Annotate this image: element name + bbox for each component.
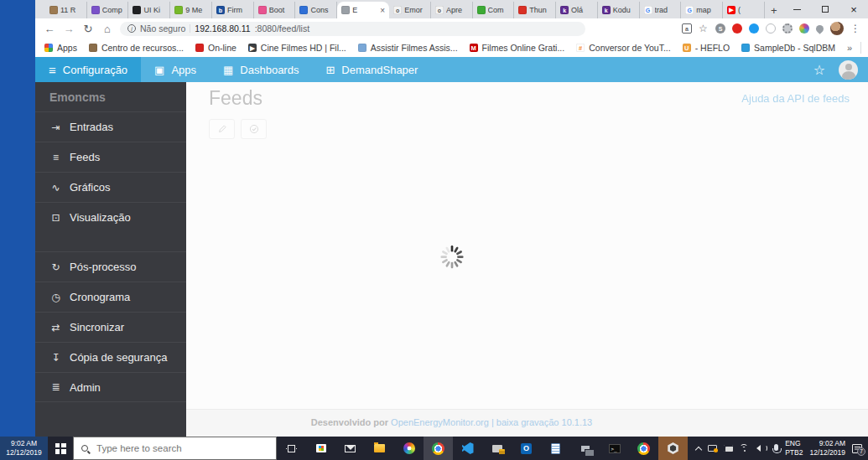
bookmark-item[interactable]: Centro de recursos... [89, 43, 184, 53]
bookmark-item[interactable]: Apps [44, 43, 77, 53]
browser-tab[interactable]: G trad × [640, 2, 682, 18]
skype-extension-icon[interactable]: S [715, 23, 725, 34]
navbar-item[interactable]: Apps [141, 57, 210, 82]
microphone-icon[interactable] [774, 444, 778, 451]
bookmark-item[interactable]: # Conversor de YouT... [576, 43, 670, 53]
tray-display-icon[interactable] [724, 445, 733, 452]
tray-chevron-up-icon[interactable] [695, 446, 702, 452]
browser-tab[interactable]: UI Ki × [128, 2, 170, 18]
browser-tab[interactable]: Cons × [295, 2, 337, 18]
select-feed-button[interactable] [241, 119, 267, 139]
browser-tab[interactable]: 9 Me × [170, 2, 212, 18]
taskbar-app-button[interactable] [629, 437, 658, 460]
action-center-icon[interactable]: 7 [852, 444, 862, 453]
secondary-taskbar-clock[interactable]: 9:02 AM 12/12/2019 [0, 437, 48, 460]
sidebar-item[interactable]: Sincronizar [35, 312, 186, 342]
chrome-menu-icon[interactable] [850, 23, 860, 34]
url-host: 192.168.80.11 [195, 23, 250, 34]
navbar-item-label: DemandShaper [341, 64, 418, 76]
taskbar-app-button[interactable] [424, 437, 453, 460]
window-restore-button[interactable] [811, 0, 839, 18]
browser-tab[interactable]: Comp × [87, 2, 129, 18]
back-button[interactable] [43, 23, 56, 35]
browser-tab[interactable]: 11 R × [45, 2, 87, 18]
taskbar-app-button[interactable] [600, 437, 629, 460]
taskbar-app-button[interactable] [365, 437, 394, 460]
profile-avatar[interactable] [830, 22, 844, 35]
white-extension-icon[interactable] [766, 23, 776, 34]
taskbar-app-button[interactable] [512, 437, 541, 460]
taskbar-app-button[interactable] [453, 437, 482, 460]
home-button[interactable] [101, 23, 114, 35]
navbar-item[interactable]: DemandShaper [312, 57, 431, 82]
bookmark-item[interactable]: M Filmes Online Grati... [470, 43, 565, 53]
browser-tab[interactable]: b Firm × [212, 2, 254, 18]
favourite-star-icon[interactable] [813, 62, 825, 78]
footer-link[interactable]: OpenEnergyMonitor.org | baixa gravação 1… [391, 417, 592, 427]
blue-extension-icon[interactable] [749, 23, 759, 34]
red-extension-icon[interactable] [732, 23, 742, 34]
browser-tab[interactable]: ▶ ( × [723, 2, 765, 18]
reload-button[interactable] [81, 23, 95, 35]
bookmark-item[interactable]: On-line [195, 43, 236, 53]
user-avatar[interactable] [839, 60, 858, 80]
pin-extension-icon[interactable] [814, 23, 825, 34]
browser-tab[interactable]: o Emor × [389, 2, 431, 18]
navbar-item[interactable]: Dashboards [210, 57, 312, 82]
browser-tab[interactable]: k Olá × [556, 2, 598, 18]
sidebar-item[interactable]: Visualização [35, 202, 186, 232]
tab-close-icon[interactable]: × [380, 6, 385, 15]
tray-screen-notification-icon[interactable] [708, 445, 717, 452]
taskbar-app-button[interactable] [658, 437, 688, 460]
address-bar[interactable]: i Não seguro 192.168.80.11:8080/feed/lis… [120, 22, 585, 36]
wifi-icon[interactable] [740, 444, 750, 452]
volume-icon[interactable] [756, 444, 767, 452]
taskbar-app-button[interactable] [394, 437, 424, 460]
browser-tab[interactable]: Boot × [254, 2, 296, 18]
edit-feed-button[interactable] [209, 119, 235, 139]
start-button[interactable] [48, 437, 73, 460]
taskbar-app-button[interactable] [306, 437, 335, 460]
taskbar-app-button[interactable] [482, 437, 512, 460]
bookmark-star-icon[interactable] [699, 23, 709, 34]
sidebar-item[interactable]: Feeds [35, 142, 186, 172]
taskbar-app-button[interactable] [277, 437, 306, 460]
browser-tab[interactable]: G map × [681, 2, 723, 18]
forward-button[interactable] [62, 23, 75, 35]
taskbar-app-button[interactable] [335, 437, 365, 460]
window-close-button[interactable] [839, 0, 868, 18]
navbar-item[interactable]: Configuração [35, 57, 141, 82]
browser-tab[interactable]: o Apre × [431, 2, 473, 18]
taskbar-app-button[interactable] [570, 437, 600, 460]
language-indicator[interactable]: ENG PTB2 [785, 439, 803, 457]
window-minimize-button[interactable] [783, 0, 812, 18]
sidebar-item-label: Gráficos [70, 181, 110, 194]
taskbar-search-input[interactable] [95, 442, 268, 454]
taskbar-app-icon [492, 445, 502, 452]
sidebar-item[interactable]: Entradas [35, 111, 186, 142]
color-extension-icon[interactable] [799, 23, 809, 34]
translate-icon[interactable]: a [682, 23, 692, 34]
browser-tab[interactable]: Com × [473, 2, 515, 18]
new-tab-button[interactable]: + [765, 2, 783, 18]
taskbar-search[interactable] [73, 437, 277, 460]
sidebar-item[interactable]: Admin [35, 372, 186, 402]
feed-api-help-link[interactable]: Ajuda da API de feeds [741, 92, 850, 105]
sidebar-item[interactable]: Gráficos [35, 172, 186, 202]
bookmarks-overflow-button[interactable]: » [847, 43, 852, 53]
taskbar-clock[interactable]: 9:02 AM 12/12/2019 [809, 439, 845, 457]
bookmark-item[interactable]: SampleDb - SqlDBM [741, 43, 835, 53]
bookmark-item[interactable]: U - HEFLO [683, 43, 730, 53]
site-info-icon[interactable]: i [127, 24, 136, 33]
sidebar-item[interactable]: Cronograma [35, 282, 186, 312]
browser-tab[interactable]: k Kodu × [598, 2, 640, 18]
browser-tab[interactable]: E × [337, 2, 389, 18]
gear-extension-icon[interactable] [782, 23, 793, 34]
bookmark-item[interactable]: ▶ Cine Filmes HD | Fil... [248, 43, 346, 53]
taskbar-app-button[interactable] [541, 437, 570, 460]
browser-tab[interactable]: Thun × [514, 2, 556, 18]
sidebar-item[interactable]: Cópia de segurança [35, 342, 186, 372]
tab-favicon-letter: k [605, 8, 608, 13]
sidebar-item[interactable]: Pós-processo [35, 251, 186, 282]
bookmark-item[interactable]: Assistir Filmes Assis... [358, 43, 458, 53]
